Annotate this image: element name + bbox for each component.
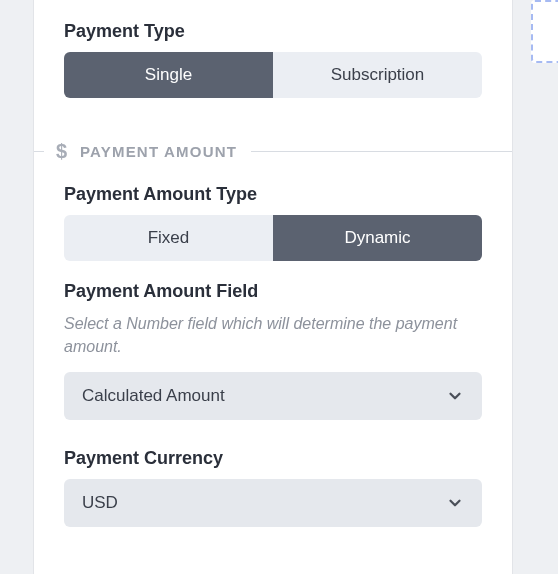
payment-amount-field-label: Payment Amount Field [64, 281, 482, 302]
payment-amount-field-help: Select a Number field which will determi… [64, 312, 482, 358]
payment-type-group: Payment Type Single Subscription [64, 21, 482, 98]
payment-type-option-subscription[interactable]: Subscription [273, 52, 482, 98]
payment-settings-panel: Payment Type Single Subscription $ PAYME… [33, 0, 513, 574]
payment-amount-type-label: Payment Amount Type [64, 184, 482, 205]
payment-currency-value: USD [82, 493, 118, 513]
payment-amount-section-title: PAYMENT AMOUNT [80, 143, 237, 160]
payment-currency-group: Payment Currency USD [64, 448, 482, 527]
payment-type-segmented: Single Subscription [64, 52, 482, 98]
dollar-icon: $ [54, 140, 70, 162]
payment-amount-type-group: Payment Amount Type Fixed Dynamic [64, 184, 482, 261]
payment-type-option-single[interactable]: Single [64, 52, 273, 98]
right-drop-zone [531, 0, 558, 63]
payment-amount-type-option-fixed[interactable]: Fixed [64, 215, 273, 261]
chevron-down-icon [446, 387, 464, 405]
payment-amount-type-segmented: Fixed Dynamic [64, 215, 482, 261]
payment-amount-field-value: Calculated Amount [82, 386, 225, 406]
payment-type-label: Payment Type [64, 21, 482, 42]
svg-text:$: $ [56, 140, 67, 162]
payment-amount-section-header: $ PAYMENT AMOUNT [34, 140, 512, 162]
payment-amount-field-group: Payment Amount Field Select a Number fie… [64, 281, 482, 420]
payment-amount-type-option-dynamic[interactable]: Dynamic [273, 215, 482, 261]
payment-amount-field-select[interactable]: Calculated Amount [64, 372, 482, 420]
payment-currency-label: Payment Currency [64, 448, 482, 469]
payment-currency-select[interactable]: USD [64, 479, 482, 527]
chevron-down-icon [446, 494, 464, 512]
